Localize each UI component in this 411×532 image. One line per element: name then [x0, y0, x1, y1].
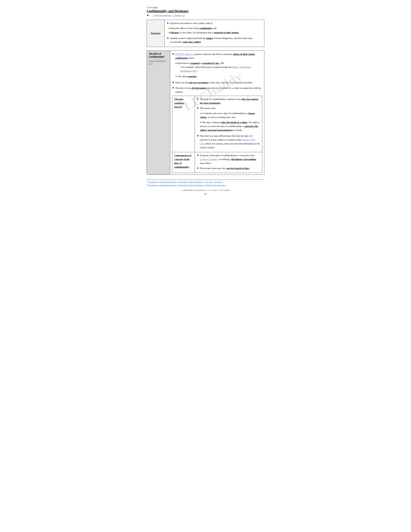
diamond-icon-10: ❖	[197, 167, 199, 170]
continues-right-cell: ❖ The duty of confidentiality continues …	[195, 96, 262, 152]
ml-link[interactable]: Money Laundering Regulations 2017.	[180, 66, 251, 72]
permitted-text: permitted by law	[203, 62, 219, 65]
overview-header: Overview	[147, 20, 165, 47]
legal-foundations-link[interactable]: Legal Foundations; 12.1	[149, 60, 168, 65]
footnotes-section: 1 Introduction to Professional Practice,…	[147, 180, 264, 187]
duty-left-cell: The Duty of Confidentiality1 Legal Found…	[147, 51, 170, 175]
fn1-link[interactable]: Introduction to Professional Practice, P…	[148, 181, 223, 183]
copyright: © LPC Buddy	[147, 6, 264, 9]
all-info-text: all information	[191, 87, 206, 89]
consequences-left-cell: Consequences of a breach of the duty of …	[172, 152, 195, 173]
codes-link[interactable]: Codes of Conduct	[200, 158, 217, 161]
material-text: material to their matter.	[214, 31, 239, 34]
duty-title: The Duty of Confidentiality	[149, 52, 164, 58]
main-content-table: The Duty of Confidentiality1 Legal Found…	[147, 50, 264, 175]
differentiate-note: Note that you must differentiate this fr…	[200, 134, 260, 150]
ml-example: For example, where disclosure is require…	[180, 65, 262, 73]
fn1-sup: 1	[147, 180, 148, 182]
overview-bullet-2: Students need to understand both the nat…	[170, 37, 262, 44]
unless-text: unless:	[188, 57, 195, 59]
subtitle-link[interactable]: Legal Foundations - Chapter 12	[153, 14, 185, 17]
exceptions-list: Disclosure is required or permitted by l…	[175, 61, 262, 73]
diamond-icon-8: ❖	[197, 134, 199, 138]
diamond-icon-4: ❖	[172, 81, 174, 84]
after-death-list: The duty continues after the death of a …	[200, 120, 260, 132]
required-text: required	[191, 62, 200, 65]
footnote-2-sup: 2	[182, 105, 182, 107]
exceptions-note: These are the only two exceptions to thi…	[175, 81, 253, 85]
page-number: 47	[147, 193, 264, 195]
after-death-item: The duty continues after the death of a …	[200, 120, 260, 132]
sue-for-breach-text: The former client may also sue for breac…	[200, 166, 250, 170]
overview-li-1: Keep the affairs of that client confiden…	[168, 27, 262, 30]
exception-1: Disclosure is required or permitted by l…	[175, 61, 262, 73]
overview-arrow-list: Keep the affairs of that client confiden…	[168, 27, 262, 35]
codes-of-conduct-text: A breach of the duty of confidentiality …	[200, 153, 260, 165]
page-title: Confidentiality and Disclosure	[147, 9, 264, 13]
example-list: For example, where disclosure is require…	[180, 65, 262, 73]
disclose-text: Disclose	[170, 31, 179, 34]
cfs-para-text: CFS/CFF, Para 6.3 requires solicitors an…	[175, 52, 262, 60]
diamond-icon-1: ❖	[167, 22, 169, 25]
retainer-terminated-text: The duty of confidentiality continues ev…	[200, 97, 260, 105]
confidential-text: confidential	[199, 27, 212, 29]
only-two-text: only two exceptions	[189, 81, 208, 84]
footnote-1-sup: 1	[164, 55, 165, 57]
diamond-icon-5: ❖	[172, 86, 174, 90]
after-retainer-text: after the retainer has been terminated.	[200, 98, 258, 104]
footnote-2: 2 Introduction to Professional Practice,…	[147, 184, 264, 187]
diamond-icon-6: ❖	[197, 97, 199, 101]
fn2-link[interactable]: Introduction to Professional Practice, P…	[148, 184, 226, 186]
consequences-right-cell: ❖ A breach of the duty of confidentialit…	[195, 152, 262, 173]
former-clients-text: former clients	[200, 112, 255, 118]
conflict-text: come into conflict	[183, 41, 201, 43]
consent-list: The client consents.	[175, 75, 262, 78]
diamond-icon-2: ❖	[167, 37, 169, 40]
fn2-sup: 2	[147, 184, 148, 185]
diamond-icon-9: ❖	[197, 154, 199, 157]
all-info-note: The duty covers all information given by…	[175, 86, 262, 94]
duty-right-cell: ❖ CFS/CFF, Para 6.3 requires solicitors …	[170, 51, 264, 175]
consequences-title: Consequences of a breach of the duty of …	[174, 154, 191, 168]
diamond-icon-3: ❖	[172, 52, 174, 56]
exception-2: The client consents.	[175, 75, 262, 78]
overview-li-2: Disclose, to the client, all information…	[168, 31, 262, 35]
passed-to-text: passed to the client's personal represen…	[200, 125, 258, 131]
disciplinary-text: disciplinary proceedings	[231, 158, 256, 161]
diamond-icon-7: ❖	[197, 106, 199, 110]
nature-text: nature	[206, 37, 213, 39]
overview-content: ❖ Solicitors owe duties to their clients…	[165, 20, 264, 47]
duty-continues-table: The duty continues forever2 ❖ The duty o…	[172, 96, 262, 173]
former-clients-item: A solicitor will owe a duty of confident…	[200, 111, 260, 119]
this-means-text: This means that:	[200, 106, 216, 110]
diamond-icon: ❖	[147, 14, 149, 17]
cfs-link[interactable]: CFS/CFF, Para 6.3	[175, 53, 193, 56]
footnote-1: 1 Introduction to Professional Practice,…	[147, 180, 264, 183]
para-62-link[interactable]: para 6.2 CFS / CFF	[200, 139, 256, 145]
overview-bullet-1: Solicitors owe duties to their clients, …	[170, 21, 213, 25]
means-list: A solicitor will owe a duty of confident…	[200, 111, 260, 119]
overview-table: Overview ❖ Solicitors owe duties to thei…	[147, 20, 264, 47]
sue-text: sue for breach of duty.	[227, 167, 250, 170]
consents-text: consents	[188, 75, 196, 78]
page-footer: Confidentiality and Disclosure | 1 | v 1…	[147, 189, 264, 191]
after-death-text: after the death of a client.	[221, 121, 248, 124]
continues-title: The duty continues forever	[174, 98, 184, 108]
continues-left-cell: The duty continues forever2	[172, 96, 195, 152]
